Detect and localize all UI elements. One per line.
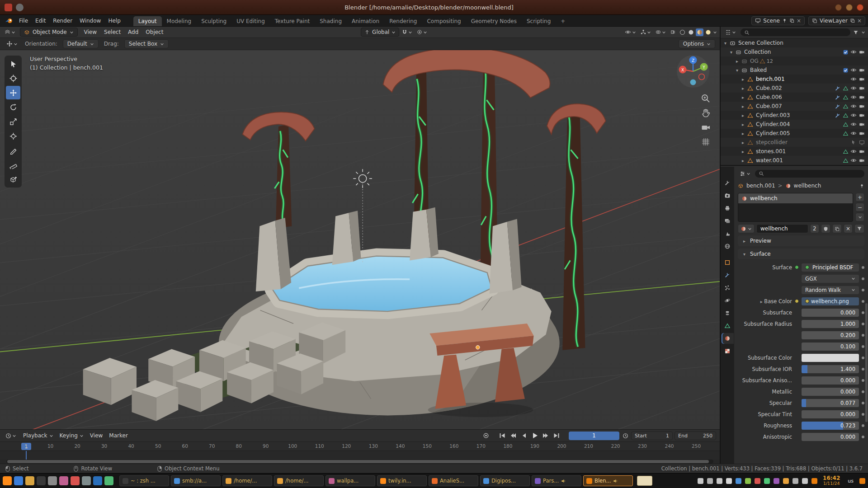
camera-icon[interactable] — [858, 131, 866, 136]
animate-property-dot[interactable] — [862, 368, 864, 371]
disclosure-triangle-icon[interactable]: ▸ — [740, 86, 746, 91]
overlays-dropdown[interactable] — [654, 28, 668, 36]
security-shield-icon[interactable] — [755, 478, 760, 484]
disclosure-triangle-icon[interactable]: ▸ — [740, 158, 746, 163]
workspace-tab-texture-paint[interactable]: Texture Paint — [270, 16, 315, 26]
eye-icon[interactable] — [849, 148, 858, 155]
tab-output[interactable] — [722, 203, 734, 214]
property-field-subsurface-ior[interactable]: 1.400 — [802, 365, 859, 373]
viewport-menu-select[interactable]: Select — [100, 28, 124, 36]
drag-setting-dropdown[interactable]: Select Box — [124, 39, 169, 48]
wrench-icon[interactable] — [833, 103, 841, 109]
active-tool-dropdown[interactable] — [5, 40, 19, 48]
taskbar-window-twily-in[interactable]: twily.in... — [377, 475, 427, 486]
eye-icon[interactable] — [849, 67, 858, 73]
data-icon[interactable] — [841, 103, 849, 109]
camera-view-icon[interactable] — [701, 122, 711, 132]
camera-icon[interactable] — [858, 85, 866, 91]
camera-icon[interactable] — [858, 158, 866, 164]
outliner-editor-type-button[interactable] — [723, 28, 738, 36]
proportional-edit-toggle[interactable] — [415, 28, 429, 36]
minimize-button[interactable] — [835, 4, 842, 11]
updates-icon[interactable] — [811, 478, 817, 484]
properties-search-input[interactable] — [755, 170, 864, 178]
annotate-tool[interactable] — [6, 144, 20, 157]
launcher-music-player-icon[interactable] — [71, 476, 80, 485]
zoom-icon[interactable] — [701, 94, 711, 103]
eye-icon[interactable] — [849, 130, 858, 136]
preview-range-toggle[interactable] — [621, 432, 629, 439]
disclosure-triangle-icon[interactable]: ▾ — [728, 50, 734, 55]
panel-applet[interactable] — [637, 476, 652, 486]
timeline-ruler[interactable]: 1 11020304050607080901001101201301401501… — [0, 442, 720, 451]
shading-dropdown-icon[interactable] — [713, 30, 717, 34]
viewport-menu-view[interactable]: View — [80, 28, 100, 36]
workspace-tab-rendering[interactable]: Rendering — [384, 16, 422, 26]
outliner-row-collection[interactable]: ▾Collection — [721, 47, 868, 56]
frame-start-field[interactable]: Start 1 — [631, 432, 673, 440]
launcher-image-viewer-icon[interactable] — [59, 476, 68, 485]
animate-property-dot[interactable] — [862, 357, 864, 359]
disclosure-triangle-icon[interactable]: ▾ — [722, 41, 728, 46]
removable-media-icon[interactable] — [783, 478, 789, 484]
breadcrumb-object[interactable]: bench.001 — [746, 183, 775, 189]
material-name-field[interactable]: wellbench — [756, 224, 808, 233]
animate-property-dot[interactable] — [862, 424, 864, 427]
property-field-item[interactable]: 0.200 — [802, 331, 859, 339]
unlink-material-button[interactable]: × — [844, 224, 853, 233]
orientation-setting-dropdown[interactable]: Default — [63, 39, 99, 48]
data-icon[interactable] — [841, 122, 849, 127]
check-icon[interactable] — [841, 49, 849, 55]
launcher-web-browser-icon[interactable] — [3, 476, 12, 485]
camera-icon[interactable] — [858, 67, 866, 73]
tab-tool[interactable] — [722, 178, 734, 188]
pan-hand-icon[interactable] — [701, 108, 711, 118]
workspace-tab-layout[interactable]: Layout — [133, 16, 162, 26]
window-gear-icon[interactable] — [16, 4, 24, 11]
viewlayer-selector[interactable]: ViewLayer × — [808, 16, 865, 25]
chevron-down-icon[interactable] — [861, 30, 865, 34]
disclosure-triangle-icon[interactable]: ▸ — [740, 104, 746, 109]
property-field-specular-tint[interactable]: 0.000 — [802, 410, 859, 418]
eye-icon[interactable] — [849, 76, 858, 82]
tab-world[interactable] — [722, 241, 734, 252]
timeline-scrollbar[interactable] — [6, 460, 713, 464]
transform-tool[interactable] — [6, 129, 20, 143]
workspace-tab-animation[interactable]: Animation — [347, 16, 384, 26]
remove-viewlayer-icon[interactable]: × — [857, 18, 862, 24]
menu-help[interactable]: Help — [104, 16, 124, 25]
data-icon[interactable] — [841, 149, 849, 155]
new-viewlayer-icon[interactable] — [850, 18, 855, 23]
snap-toggle[interactable] — [400, 28, 414, 36]
disclosure-triangle-icon[interactable]: ▸ — [740, 149, 746, 154]
shading-wireframe-button[interactable] — [679, 28, 686, 36]
camera-icon[interactable] — [858, 103, 866, 109]
property-field-anisotropic[interactable]: 0.000 — [802, 433, 859, 441]
data-icon[interactable] — [841, 158, 849, 164]
workspace-tab-add[interactable]: + — [556, 16, 570, 26]
close-button[interactable] — [857, 4, 863, 11]
new-scene-icon[interactable] — [789, 18, 794, 23]
disclosure-triangle-icon[interactable]: ▸ — [740, 140, 746, 145]
cloud-sync-icon[interactable] — [774, 478, 779, 484]
property-field-base-color[interactable]: wellbench.png — [802, 297, 859, 305]
outliner-row-stepcollider[interactable]: ▸stepcollider — [721, 138, 868, 147]
eye-icon[interactable] — [849, 103, 858, 109]
auto-keying-toggle[interactable] — [482, 432, 490, 439]
viewport-menu-add[interactable]: Add — [124, 28, 142, 36]
tab-physics[interactable] — [722, 295, 734, 306]
data-icon[interactable] — [841, 113, 849, 118]
outliner-search-input[interactable] — [741, 28, 850, 36]
screen-icon[interactable] — [858, 140, 866, 145]
wrench-icon[interactable] — [833, 94, 841, 100]
disclosure-triangle-icon[interactable]: ▸ — [740, 113, 746, 118]
animate-property-dot[interactable] — [862, 334, 864, 337]
filter-funnel-icon[interactable] — [853, 30, 859, 35]
animate-property-dot[interactable] — [862, 402, 864, 404]
previous-frame-button[interactable] — [520, 432, 528, 439]
blender-logo-icon[interactable] — [5, 18, 14, 24]
animate-property-dot[interactable] — [862, 300, 864, 303]
new-material-button[interactable] — [832, 224, 842, 233]
property-field-subsurface-radius[interactable]: 1.000 — [802, 320, 859, 328]
eye-icon[interactable] — [849, 157, 858, 164]
